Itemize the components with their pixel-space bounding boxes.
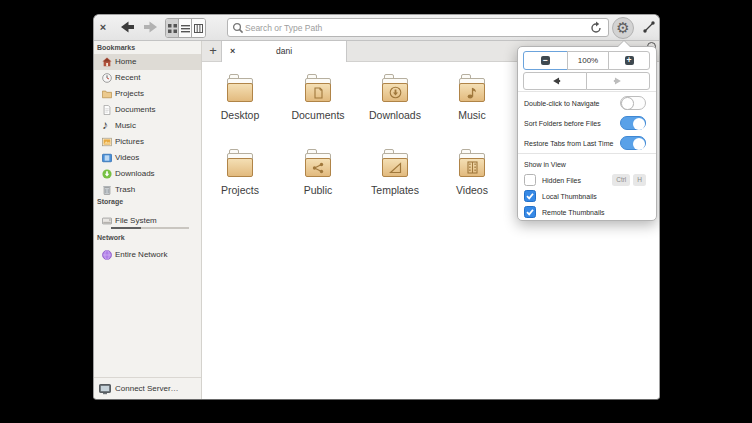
view-list-button[interactable] [179, 19, 192, 37]
sidebar-item-videos[interactable]: Videos [94, 150, 201, 166]
sidebar-item-projects[interactable]: Projects [94, 86, 201, 102]
sidebar-item-music[interactable]: ♪ Music [94, 118, 201, 134]
window-close-button[interactable]: × [95, 19, 111, 35]
gear-icon: ⚙ [616, 19, 629, 36]
sidebar-item-documents[interactable]: Documents [94, 102, 201, 118]
folder-documents-icon [304, 74, 332, 102]
sidebar-header-storage: Storage [97, 195, 123, 208]
column-icon [194, 24, 203, 33]
double-click-toggle[interactable] [620, 96, 646, 110]
history-control [523, 72, 651, 90]
view-switcher [165, 18, 206, 38]
videos-icon [102, 153, 112, 163]
folder-share-icon [304, 149, 332, 177]
file-item-downloads[interactable]: Downloads [359, 74, 431, 121]
forward-button[interactable] [142, 19, 159, 35]
download-glyph [389, 86, 402, 99]
settings-button[interactable]: ⚙ [612, 17, 634, 39]
restore-tabs-toggle[interactable] [620, 136, 646, 150]
trash-icon [102, 185, 112, 195]
tab-title: dani [222, 41, 346, 61]
history-back-button[interactable] [523, 72, 587, 90]
sidebar-item-entire-network[interactable]: Entire Network [94, 247, 201, 263]
forward-arrow-icon [613, 76, 624, 86]
sidebar-item-downloads[interactable]: Downloads [94, 166, 201, 182]
folder-templates-icon [381, 149, 409, 177]
file-item-templates[interactable]: Templates [359, 149, 431, 196]
file-item-projects[interactable]: Projects [204, 149, 276, 196]
setting-restore-tabs: Restore Tabs from Last Time [524, 133, 646, 153]
back-arrow-icon [550, 76, 561, 86]
setting-sort-folders: Sort Folders before Files [524, 113, 646, 133]
pictures-icon [102, 137, 112, 147]
list-icon [181, 24, 190, 33]
folder-downloads-icon [381, 74, 409, 102]
music-note-glyph [467, 87, 477, 99]
file-item-videos[interactable]: Videos [436, 149, 508, 196]
document-icon [102, 105, 112, 115]
zoom-control: − 100% + [523, 51, 651, 70]
search-placeholder: Search or Type Path [245, 23, 322, 33]
view-grid-button[interactable] [166, 19, 179, 37]
tab-dani[interactable]: × dani [221, 41, 347, 62]
back-button[interactable] [119, 19, 136, 35]
harddisk-icon [102, 216, 112, 226]
view-column-button[interactable] [192, 19, 205, 37]
file-item-documents[interactable]: Documents [282, 74, 354, 121]
zoom-in-button[interactable]: + [608, 51, 650, 70]
zoom-level: 100% [567, 51, 609, 70]
disk-usage-bar [111, 227, 189, 229]
setting-remote-thumbnails: Remote Thumbnails [524, 202, 646, 222]
sidebar-header-bookmarks: Bookmarks [97, 41, 135, 54]
sidebar-item-home[interactable]: Home [94, 54, 201, 70]
new-tab-button[interactable]: + [205, 41, 221, 61]
popover-arrow [617, 40, 631, 47]
search-icon [232, 22, 244, 34]
file-item-public[interactable]: Public [282, 149, 354, 196]
folder-icon [226, 74, 254, 102]
grid-icon [168, 24, 177, 33]
connect-server-button[interactable]: Connect Server… [94, 377, 201, 399]
sidebar-item-recent[interactable]: Recent [94, 70, 201, 86]
settings-popover: − 100% + Double-click to Navigate Sort F… [517, 46, 657, 221]
tab-close-button[interactable]: × [230, 41, 235, 61]
share-glyph [312, 162, 324, 174]
recent-icon [102, 73, 112, 83]
folder-videos-icon [458, 149, 486, 177]
music-icon: ♪ [102, 120, 112, 130]
sidebar-header-network: Network [97, 231, 125, 244]
server-icon [99, 383, 111, 395]
sidebar-item-pictures[interactable]: Pictures [94, 134, 201, 150]
folder-icon [102, 89, 112, 99]
setting-double-click: Double-click to Navigate [524, 93, 646, 113]
hidden-files-checkbox[interactable] [524, 174, 536, 186]
file-manager-window: × Search or Type Path ⚙ Bookmarks Home [93, 14, 660, 400]
search-input[interactable]: Search or Type Path [227, 18, 609, 37]
home-icon [102, 57, 112, 67]
folder-music-icon [458, 74, 486, 102]
shortcut-h: H [633, 174, 646, 186]
folder-icon [226, 149, 254, 177]
history-forward-button[interactable] [586, 72, 650, 90]
sort-folders-toggle[interactable] [620, 116, 646, 130]
document-glyph [313, 87, 324, 99]
refresh-button[interactable] [589, 21, 603, 35]
shortcut-ctrl: Ctrl [612, 174, 630, 186]
network-icon [102, 250, 112, 260]
local-thumbnails-checkbox[interactable] [524, 190, 536, 202]
resize-window-button[interactable] [641, 19, 657, 35]
file-item-music[interactable]: Music [436, 74, 508, 121]
downloads-icon [102, 169, 112, 179]
file-item-desktop[interactable]: Desktop [204, 74, 276, 121]
toolbar: × Search or Type Path ⚙ [94, 15, 659, 41]
zoom-out-button[interactable]: − [523, 51, 568, 70]
remote-thumbnails-checkbox[interactable] [524, 206, 536, 218]
sidebar: Bookmarks Home Recent Projects Documents… [94, 41, 202, 399]
